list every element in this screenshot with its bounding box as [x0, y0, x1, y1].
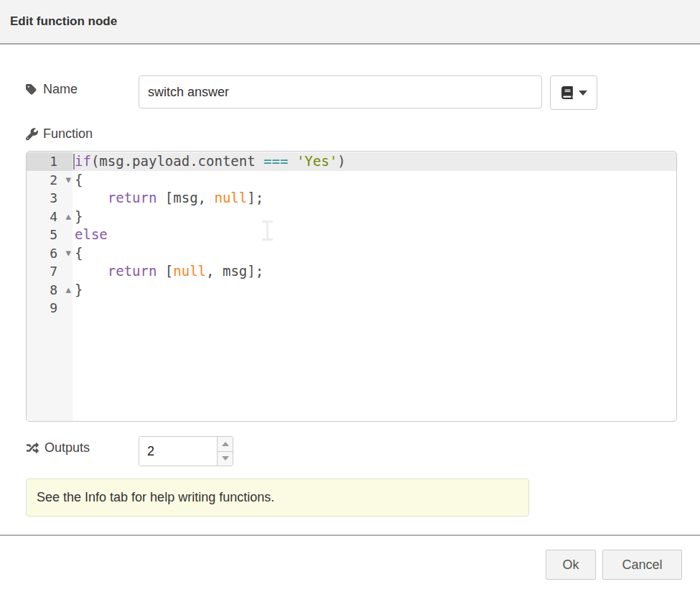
dialog-title: Edit function node — [10, 14, 117, 29]
book-icon — [561, 86, 574, 99]
code-line[interactable]: } — [73, 281, 676, 300]
text-caret — [73, 154, 75, 170]
caret-up-icon — [222, 442, 229, 446]
code-editor[interactable]: 12▾34▴56▾78▴9 if(msg.payload.content ===… — [26, 151, 677, 422]
function-label-text: Function — [43, 126, 93, 142]
outputs-spinner — [139, 436, 233, 466]
name-label-text: Name — [43, 82, 78, 97]
gutter-line-number[interactable]: 5 — [27, 226, 73, 244]
gutter-line-number[interactable]: 2▾ — [27, 171, 73, 190]
code-line[interactable]: else — [73, 226, 676, 244]
gutter-line-number[interactable]: 9 — [27, 299, 73, 318]
code-line[interactable]: if(msg.payload.content === 'Yes') — [73, 152, 676, 171]
outputs-input[interactable] — [139, 437, 217, 466]
tag-icon — [26, 83, 38, 96]
spinner-buttons — [217, 437, 233, 466]
code-line[interactable]: } — [73, 208, 676, 226]
gutter-line-number[interactable]: 1 — [27, 152, 73, 171]
editor-gutter[interactable]: 12▾34▴56▾78▴9 — [27, 152, 73, 421]
info-tip: See the Info tab for help writing functi… — [26, 478, 529, 517]
fold-down-icon[interactable]: ▾ — [65, 171, 71, 190]
gutter-line-number[interactable]: 4▴ — [27, 208, 73, 226]
dialog-header: Edit function node — [0, 0, 700, 45]
footer-divider — [0, 535, 700, 536]
outputs-label: Outputs — [26, 440, 90, 455]
name-label: Name — [26, 82, 78, 97]
outputs-label-text: Outputs — [45, 440, 90, 455]
gutter-line-number[interactable]: 7 — [27, 262, 73, 281]
editor-code[interactable]: if(msg.payload.content === 'Yes'){ retur… — [73, 152, 676, 421]
shuffle-icon — [26, 442, 39, 454]
caret-down-icon — [222, 456, 229, 461]
spinner-up-button[interactable] — [218, 437, 233, 452]
name-input[interactable] — [139, 75, 542, 108]
wrench-icon — [26, 128, 38, 140]
code-line[interactable]: return [null, msg]; — [73, 262, 676, 281]
fold-up-icon[interactable]: ▴ — [65, 208, 71, 226]
fold-down-icon[interactable]: ▾ — [65, 244, 71, 263]
gutter-line-number[interactable]: 8▴ — [27, 281, 73, 300]
gutter-line-number[interactable]: 6▾ — [27, 244, 73, 263]
code-line[interactable] — [73, 299, 676, 318]
fold-up-icon[interactable]: ▴ — [65, 281, 71, 300]
ok-button[interactable]: Ok — [546, 550, 596, 580]
code-line[interactable]: return [msg, null]; — [73, 189, 676, 208]
code-line[interactable]: { — [73, 171, 676, 190]
gutter-line-number[interactable]: 3 — [27, 189, 73, 208]
function-label: Function — [26, 126, 93, 142]
code-line[interactable]: { — [73, 244, 676, 263]
caret-down-icon — [579, 91, 587, 96]
cancel-button[interactable]: Cancel — [602, 550, 682, 580]
library-button[interactable] — [550, 75, 597, 110]
spinner-down-button[interactable] — [218, 452, 233, 466]
info-tip-text: See the Info tab for help writing functi… — [37, 490, 274, 505]
